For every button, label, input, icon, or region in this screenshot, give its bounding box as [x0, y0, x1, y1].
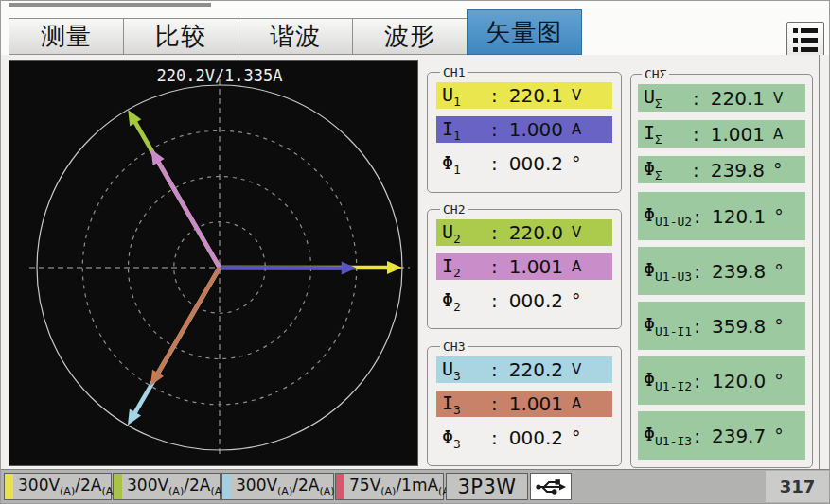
range-box-ch1[interactable]: 300V(A)/2A(A) [4, 473, 112, 500]
top-strip [1, 1, 829, 9]
value-row-i1: I1: 1.000A [436, 116, 612, 143]
tab-bar: 测量 比较 谐波 波形 矢量图 [1, 9, 829, 55]
value-row-phi-u1-i3: ΦU1-I3: 239.7° [638, 411, 805, 460]
tab-vector-diagram[interactable]: 矢量图 [467, 9, 582, 55]
range-box-ch4[interactable]: 75V(A)/1mA(A) [335, 473, 444, 500]
value-row-phi2: Φ2: 000.2° [436, 287, 612, 314]
vector-svg: 220.2V/1.335A [9, 61, 417, 465]
value-row-phi-u1-i1: ΦU1-I1: 359.8° [638, 302, 805, 350]
main-content: 220.2V/1.335A CH1 U1: 220.1V I1: 1.000A … [1, 55, 829, 469]
tab-compare[interactable]: 比较 [123, 18, 238, 55]
vector-diagram-panel: 220.2V/1.335A [9, 60, 418, 466]
scroll-indicator [9, 3, 211, 7]
panel-right-edge [819, 55, 820, 469]
range-box-ch3[interactable]: 300V(A)/2A(A) [221, 473, 334, 500]
channel-panel-ch3: CH3 U3: 220.2V I3: 1.001A Φ3: 000.2° [427, 339, 622, 466]
channel-legend: CH3 [440, 339, 468, 354]
status-bar: 300V(A)/2A(A) 300V(A)/2A(A) 300V(A)/2A(A… [1, 469, 829, 503]
channel-legend: CH1 [440, 65, 468, 79]
tab-measure[interactable]: 测量 [9, 18, 124, 55]
value-row-u-sigma: UΣ: 220.1V [638, 84, 805, 112]
ch4-color-chip [336, 474, 344, 499]
menu-button[interactable] [786, 22, 824, 59]
value-row-i3: I3: 1.001A [436, 391, 612, 417]
value-row-u1: U1: 220.1V [436, 82, 612, 109]
range-box-ch2[interactable]: 300V(A)/2A(A) [113, 473, 221, 500]
value-row-phi3: Φ3: 000.2° [436, 425, 612, 451]
value-row-phi-u1-i2: ΦU1-I2: 120.0° [638, 356, 805, 405]
channel-legend: CH2 [440, 202, 468, 217]
ch2-color-chip [114, 474, 122, 499]
channel-panel-sum: CHΣ UΣ: 220.1V IΣ: 1.001A ΦΣ: 239.8° ΦU1… [630, 67, 813, 468]
value-row-phi-sigma: ΦΣ: 239.8° [638, 156, 805, 183]
channel-panel-ch2: CH2 U2: 220.0V I2: 1.001A Φ2: 000.2° [427, 202, 622, 329]
usb-status-box [530, 473, 572, 500]
value-row-i2: I2: 1.001A [436, 253, 612, 280]
value-row-i-sigma: IΣ: 1.001A [638, 120, 805, 148]
value-row-phi-u1-u2: ΦU1-U2: 120.1° [638, 192, 805, 240]
tab-waveform[interactable]: 波形 [352, 18, 468, 55]
wiring-mode-box[interactable]: 3P3W [446, 473, 528, 500]
value-row-u3: U3: 220.2V [436, 356, 612, 383]
channel-legend: CHΣ [642, 67, 669, 81]
tab-harmonics[interactable]: 谐波 [238, 18, 353, 55]
value-row-phi-u1-u3: ΦU1-U3: 239.8° [638, 247, 805, 295]
channel-panel-ch1: CH1 U1: 220.1V I1: 1.000A Φ1: 000.2° [427, 65, 622, 193]
value-row-phi1: Φ1: 000.2° [436, 150, 612, 177]
value-row-u2: U2: 220.0V [436, 219, 612, 246]
ch1-color-chip [5, 474, 13, 499]
power-analyzer-screen: 测量 比较 谐波 波形 矢量图 220.2V/1.335A CH1 U1: 22… [0, 0, 830, 504]
page-number: 317 [766, 471, 829, 502]
usb-icon [535, 478, 567, 496]
ch3-color-chip [222, 474, 231, 499]
